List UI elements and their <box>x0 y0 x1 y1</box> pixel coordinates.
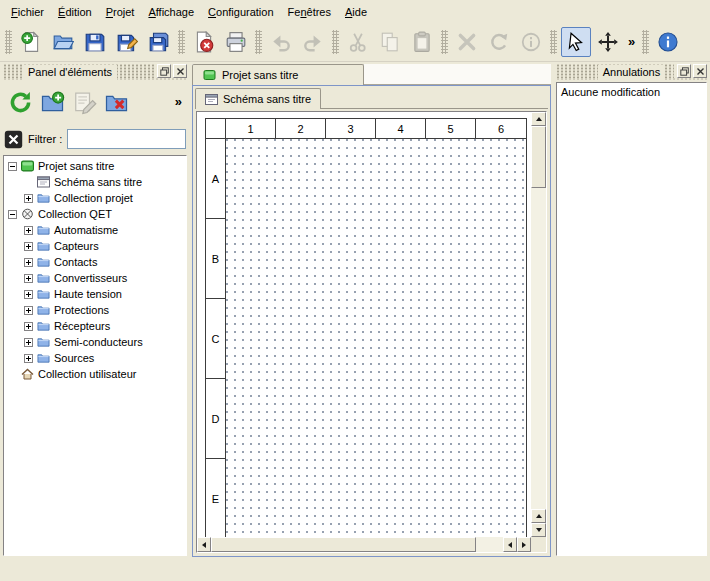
toolbar-drag-handle[interactable] <box>642 30 649 54</box>
open-project-button[interactable] <box>48 27 78 57</box>
toolbar-drag-handle[interactable] <box>550 30 557 54</box>
toolbar-drag-handle[interactable] <box>441 30 448 54</box>
menu-configuration[interactable]: Configuration <box>201 3 280 21</box>
rotate-button[interactable] <box>484 27 514 57</box>
vertical-scroll-thumb[interactable] <box>531 126 546 188</box>
scroll-down-button[interactable] <box>531 523 546 537</box>
save-all-button[interactable] <box>144 27 174 57</box>
tree-item-recepteurs[interactable]: Récepteurs <box>4 318 186 334</box>
menu-edition[interactable]: Édition <box>51 3 99 21</box>
expand-expander-icon[interactable] <box>24 290 33 299</box>
close-panel-button[interactable] <box>693 64 707 78</box>
save-as-button[interactable] <box>112 27 142 57</box>
scroll-up-button[interactable] <box>531 112 546 126</box>
diagram-canvas[interactable]: 1 2 3 4 5 6 A B C D <box>197 112 531 537</box>
element-info-button[interactable] <box>516 27 546 57</box>
diagram-view[interactable]: 1 2 3 4 5 6 A B C D <box>196 111 547 553</box>
scroll-right-button[interactable] <box>517 537 531 552</box>
collapse-expander-icon[interactable] <box>8 210 17 219</box>
tree-item-project[interactable]: Projet sans titre <box>4 158 186 174</box>
close-file-button[interactable] <box>189 27 219 57</box>
copy-button[interactable] <box>375 27 405 57</box>
about-button[interactable] <box>653 27 683 57</box>
toolbar-drag-handle[interactable] <box>255 30 262 54</box>
redo-button[interactable] <box>298 27 328 57</box>
toolbar-overflow-button[interactable]: » <box>624 28 639 56</box>
project-icon <box>203 70 216 80</box>
float-panel-button[interactable] <box>157 64 171 78</box>
float-window-icon <box>680 67 689 76</box>
tree-item-capteurs[interactable]: Capteurs <box>4 238 186 254</box>
expand-expander-icon[interactable] <box>24 258 33 267</box>
expand-expander-icon[interactable] <box>24 322 33 331</box>
scroll-left-button-2[interactable] <box>503 537 517 552</box>
tree-item-collection-qet[interactable]: Collection QET <box>4 206 186 222</box>
diagram-grid[interactable] <box>226 139 526 537</box>
edit-element-button[interactable] <box>68 86 100 118</box>
horizontal-scroll-thumb[interactable] <box>211 537 476 552</box>
delete-element-button[interactable] <box>100 86 132 118</box>
scissors-icon <box>347 31 369 53</box>
tab-projet-sans-titre[interactable]: Projet sans titre <box>192 64 364 85</box>
tab-schema-sans-titre[interactable]: Schéma sans titre <box>195 88 321 109</box>
close-panel-button[interactable] <box>173 64 187 78</box>
filter-input[interactable] <box>67 129 186 149</box>
new-element-button[interactable] <box>36 86 68 118</box>
undo-panel-titlebar[interactable]: Annulations <box>556 64 707 80</box>
float-panel-button[interactable] <box>677 64 691 78</box>
tree-item-semi-conducteurs[interactable]: Semi-conducteurs <box>4 334 186 350</box>
tree-item-haute-tension[interactable]: Haute tension <box>4 286 186 302</box>
clear-filter-icon[interactable] <box>4 130 23 149</box>
tree-item-automatisme[interactable]: Automatisme <box>4 222 186 238</box>
collapse-expander-icon[interactable] <box>8 162 17 171</box>
folder-icon <box>37 272 50 284</box>
pan-mode-button[interactable] <box>593 27 623 57</box>
cut-button[interactable] <box>343 27 373 57</box>
diagram-frame: 1 2 3 4 5 6 A B C D <box>205 118 527 537</box>
expand-expander-icon[interactable] <box>24 242 33 251</box>
vertical-scrollbar[interactable] <box>531 112 546 537</box>
rotate-icon <box>488 31 510 53</box>
reload-collections-button[interactable] <box>4 86 36 118</box>
scroll-up-button-2[interactable] <box>531 509 546 523</box>
expand-expander-icon[interactable] <box>24 306 33 315</box>
menu-aide[interactable]: Aide <box>338 3 374 21</box>
toolbar-drag-handle[interactable] <box>178 30 185 54</box>
expand-expander-icon[interactable] <box>24 354 33 363</box>
tree-item-collection-projet[interactable]: Collection projet <box>4 190 186 206</box>
row-header: B <box>206 219 226 299</box>
toolbar-drag-handle[interactable] <box>332 30 339 54</box>
undo-button[interactable] <box>266 27 296 57</box>
tree-item-label: Sources <box>54 352 94 364</box>
selection-mode-button[interactable] <box>561 27 591 57</box>
expand-expander-icon[interactable] <box>24 274 33 283</box>
horizontal-scrollbar[interactable] <box>197 537 531 552</box>
column-header: 2 <box>276 119 326 139</box>
elements-panel-titlebar[interactable]: Panel d'éléments <box>3 64 187 80</box>
tree-item-schema[interactable]: Schéma sans titre <box>4 174 186 190</box>
save-button[interactable] <box>80 27 110 57</box>
tree-item-collection-utilisateur[interactable]: Collection utilisateur <box>4 366 186 382</box>
home-icon <box>21 368 34 380</box>
undo-history-list[interactable]: Aucune modification <box>556 82 707 556</box>
tree-item-sources[interactable]: Sources <box>4 350 186 366</box>
print-button[interactable] <box>221 27 251 57</box>
project-icon <box>21 160 34 172</box>
menu-fichier[interactable]: Fichier <box>4 3 51 21</box>
expand-expander-icon[interactable] <box>24 194 33 203</box>
menu-projet[interactable]: Projet <box>99 3 142 21</box>
tree-item-protections[interactable]: Protections <box>4 302 186 318</box>
expand-expander-icon[interactable] <box>24 338 33 347</box>
delete-button[interactable] <box>452 27 482 57</box>
expand-expander-icon[interactable] <box>24 226 33 235</box>
toolbar-drag-handle[interactable] <box>5 30 12 54</box>
tree-item-label: Automatisme <box>54 224 118 236</box>
scroll-left-button[interactable] <box>197 537 211 552</box>
elements-toolbar-overflow-button[interactable]: » <box>171 88 186 116</box>
new-project-button[interactable] <box>16 27 46 57</box>
tree-item-contacts[interactable]: Contacts <box>4 254 186 270</box>
menu-affichage[interactable]: Affichage <box>141 3 201 21</box>
tree-item-convertisseurs[interactable]: Convertisseurs <box>4 270 186 286</box>
paste-button[interactable] <box>407 27 437 57</box>
menu-fenetres[interactable]: Fenêtres <box>281 3 338 21</box>
